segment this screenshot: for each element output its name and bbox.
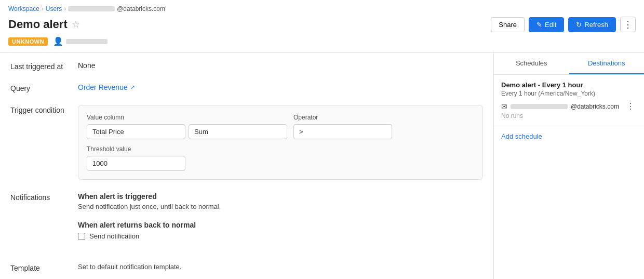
trigger-condition-value: Value column Operator Threshold value xyxy=(78,105,483,180)
when-triggered-section: When alert is triggered Send notificatio… xyxy=(78,192,483,210)
send-notification-row: Send notification xyxy=(78,232,483,240)
tab-schedules[interactable]: Schedules xyxy=(494,53,569,74)
value-column-type-input[interactable] xyxy=(189,124,287,139)
breadcrumb: Workspace › Users › @databricks.com xyxy=(0,0,644,15)
value-column-input[interactable] xyxy=(87,124,185,139)
refresh-label: Refresh xyxy=(584,21,608,29)
schedule-noruns: No runs xyxy=(501,112,637,119)
when-normal-title: When alert returns back to normal xyxy=(78,221,483,229)
refresh-icon: ↻ xyxy=(576,21,582,29)
schedule-item: Demo alert - Every 1 hour Every 1 hour (… xyxy=(494,75,644,126)
breadcrumb-sep1: › xyxy=(42,5,44,12)
send-notification-label[interactable]: Send notification xyxy=(89,232,139,240)
query-value: Order Revenue ↗ xyxy=(78,83,483,91)
add-schedule-button[interactable]: Add schedule xyxy=(494,126,644,147)
email-icon: ✉ xyxy=(501,102,507,111)
edit-button[interactable]: ✎ Edit xyxy=(529,17,564,32)
query-label: Query xyxy=(10,83,78,92)
user-avatar: 👤 xyxy=(53,36,108,46)
badges-row: UNKNOWN 👤 xyxy=(0,36,644,52)
breadcrumb-user-masked xyxy=(68,6,115,11)
page-title: Demo alert xyxy=(8,18,68,31)
toolbar-right: Share ✎ Edit ↻ Refresh ⋮ xyxy=(491,17,636,32)
breadcrumb-users[interactable]: Users xyxy=(46,5,62,12)
threshold-input[interactable] xyxy=(87,156,185,171)
person-icon: 👤 xyxy=(53,36,63,46)
breadcrumb-workspace[interactable]: Workspace xyxy=(8,5,39,12)
query-row: Query Order Revenue ↗ xyxy=(10,83,483,92)
operator-input[interactable] xyxy=(293,124,392,139)
notifications-value: When alert is triggered Send notificatio… xyxy=(78,192,483,250)
dest-email: ✉ @databricks.com xyxy=(501,102,619,111)
notifications-label: Notifications xyxy=(10,192,78,202)
dest-email-domain: @databricks.com xyxy=(571,103,619,110)
when-triggered-text: Send notification just once, until back … xyxy=(78,203,483,210)
breadcrumb-sep2: › xyxy=(64,5,66,12)
dest-row: ✉ @databricks.com ⋮ xyxy=(501,97,637,112)
send-notification-checkbox[interactable] xyxy=(78,233,85,240)
template-text: Set to default notification template. xyxy=(78,263,483,271)
status-badge: UNKNOWN xyxy=(8,37,48,46)
star-icon[interactable]: ☆ xyxy=(72,19,80,30)
trigger-box: Value column Operator Threshold value xyxy=(78,105,483,180)
schedule-freq: Every 1 hour (America/New_York) xyxy=(501,90,637,97)
last-triggered-value: None xyxy=(78,61,483,70)
external-link-icon: ↗ xyxy=(130,84,135,91)
left-panel: Last triggered at None Query Order Reven… xyxy=(0,53,493,279)
when-triggered-title: When alert is triggered xyxy=(78,192,483,201)
edit-pencil-icon: ✎ xyxy=(536,21,542,29)
title-left: Demo alert ☆ xyxy=(8,18,80,31)
threshold-label: Threshold value xyxy=(87,145,185,153)
schedule-name: Demo alert - Every 1 hour xyxy=(501,81,637,89)
breadcrumb-email-domain: @databricks.com xyxy=(117,5,165,12)
template-label: Template xyxy=(10,263,78,272)
last-triggered-row: Last triggered at None xyxy=(10,61,483,71)
notifications-row: Notifications When alert is triggered Se… xyxy=(10,192,483,250)
operator-col: Operator xyxy=(293,114,392,139)
edit-label: Edit xyxy=(545,21,556,29)
operator-label: Operator xyxy=(293,114,392,121)
trigger-condition-row: Trigger condition Value column Operator xyxy=(10,105,483,180)
when-normal-section: When alert returns back to normal Send n… xyxy=(78,221,483,240)
query-link[interactable]: Order Revenue ↗ xyxy=(78,83,483,91)
right-panel-tabs: Schedules Destinations xyxy=(494,53,644,75)
user-name-masked xyxy=(66,39,108,44)
more-options-button[interactable]: ⋮ xyxy=(620,17,636,32)
main-content: Last triggered at None Query Order Reven… xyxy=(0,53,644,279)
title-bar: Demo alert ☆ Share ✎ Edit ↻ Refresh ⋮ xyxy=(0,15,644,36)
trigger-condition-label: Trigger condition xyxy=(10,105,78,114)
dest-email-masked xyxy=(511,104,568,109)
share-button[interactable]: Share xyxy=(491,17,525,32)
refresh-button[interactable]: ↻ Refresh xyxy=(568,17,616,32)
trigger-row: Value column Operator Threshold value xyxy=(87,114,474,171)
template-row: Template Set to default notification tem… xyxy=(10,263,483,272)
query-link-text: Order Revenue xyxy=(78,83,128,91)
value-column-col: Value column xyxy=(87,114,287,139)
last-triggered-label: Last triggered at xyxy=(10,61,78,71)
dest-more-button[interactable]: ⋮ xyxy=(624,100,637,112)
threshold-col: Threshold value xyxy=(87,145,185,171)
right-panel: Schedules Destinations Demo alert - Ever… xyxy=(493,53,644,279)
value-column-label: Value column xyxy=(87,114,287,121)
tab-destinations[interactable]: Destinations xyxy=(569,53,645,74)
